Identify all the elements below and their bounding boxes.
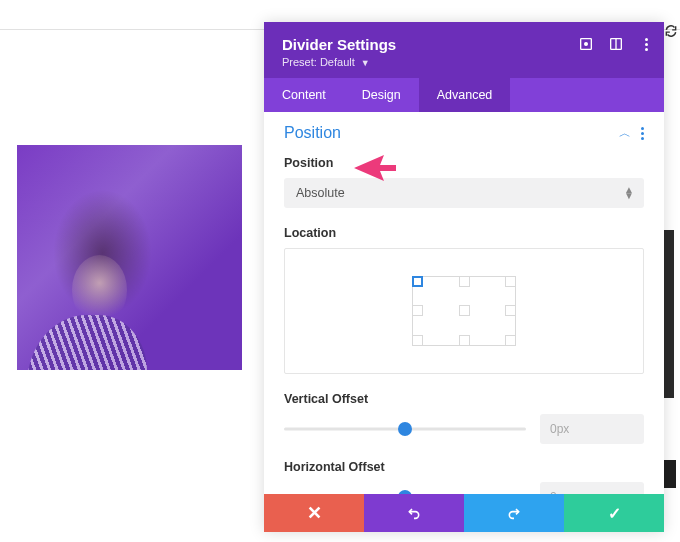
- anchor-middle-center[interactable]: [459, 305, 470, 316]
- horizontal-offset-label: Horizontal Offset: [284, 460, 644, 474]
- settings-panel: Divider Settings Preset: Default ▼ Conte…: [264, 22, 664, 532]
- position-value: Absolute: [296, 186, 345, 200]
- tab-design[interactable]: Design: [344, 78, 419, 112]
- svg-point-1: [585, 43, 588, 46]
- horizontal-offset-row: 0px: [284, 482, 644, 494]
- horizontal-offset-slider[interactable]: [284, 489, 526, 494]
- caret-down-icon: ▼: [361, 58, 370, 68]
- anchor-bottom-center[interactable]: [459, 335, 470, 346]
- refresh-icon: [664, 24, 678, 38]
- tab-content[interactable]: Content: [264, 78, 344, 112]
- section-more-icon[interactable]: [641, 127, 644, 140]
- save-button[interactable]: ✓: [564, 494, 664, 532]
- anchor-top-right[interactable]: [505, 276, 516, 287]
- vertical-offset-value[interactable]: 0px: [540, 414, 644, 444]
- close-icon: ✕: [307, 502, 322, 524]
- header-icons: [578, 36, 654, 52]
- panel-body: Position ︿ Position Absolute ▲▼ Location: [264, 112, 664, 494]
- more-icon[interactable]: [638, 36, 654, 52]
- redo-icon: [506, 505, 522, 521]
- content-thumbnail: [17, 145, 242, 370]
- vertical-offset-label: Vertical Offset: [284, 392, 644, 406]
- location-label: Location: [284, 226, 644, 240]
- responsive-icon[interactable]: [578, 36, 594, 52]
- anchor-bottom-right[interactable]: [505, 335, 516, 346]
- split-view-icon[interactable]: [608, 36, 624, 52]
- anchor-grid: [412, 276, 516, 346]
- position-select[interactable]: Absolute ▲▼: [284, 178, 644, 208]
- anchor-bottom-left[interactable]: [412, 335, 423, 346]
- tabs: Content Design Advanced: [264, 78, 664, 112]
- cancel-button[interactable]: ✕: [264, 494, 364, 532]
- vertical-offset-row: 0px: [284, 414, 644, 444]
- anchor-top-left[interactable]: [412, 276, 423, 287]
- section-controls: ︿: [619, 125, 644, 142]
- anchor-top-center[interactable]: [459, 276, 470, 287]
- panel-header: Divider Settings Preset: Default ▼: [264, 22, 664, 78]
- anchor-middle-right[interactable]: [505, 305, 516, 316]
- undo-button[interactable]: [364, 494, 464, 532]
- section-header[interactable]: Position ︿: [284, 124, 644, 142]
- select-sort-icon: ▲▼: [624, 187, 634, 199]
- section-title: Position: [284, 124, 341, 142]
- vertical-offset-slider[interactable]: [284, 421, 526, 437]
- redo-button[interactable]: [464, 494, 564, 532]
- preset-selector[interactable]: Preset: Default ▼: [282, 56, 646, 68]
- check-icon: ✓: [608, 504, 621, 523]
- panel-footer: ✕ ✓: [264, 494, 664, 532]
- tab-advanced[interactable]: Advanced: [419, 78, 511, 112]
- chevron-up-icon[interactable]: ︿: [619, 125, 631, 142]
- page-canvas: Divider Settings Preset: Default ▼ Conte…: [0, 0, 680, 542]
- background-strip-right: [664, 230, 674, 398]
- location-picker: [284, 248, 644, 374]
- preset-label: Preset: Default: [282, 56, 355, 68]
- position-label: Position: [284, 156, 644, 170]
- anchor-middle-left[interactable]: [412, 305, 423, 316]
- horizontal-offset-value[interactable]: 0px: [540, 482, 644, 494]
- undo-icon: [406, 505, 422, 521]
